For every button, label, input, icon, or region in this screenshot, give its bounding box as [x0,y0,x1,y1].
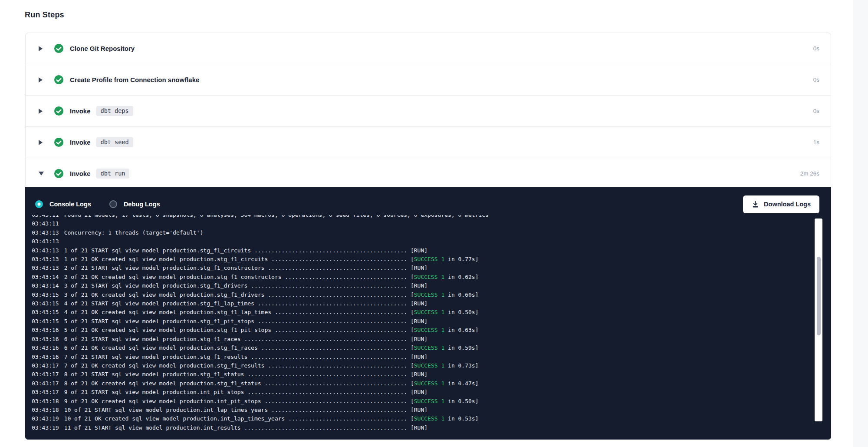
download-logs-button[interactable]: Download Logs [743,195,819,213]
step-command-pill: dbt run [96,169,130,179]
log-line: 03:43:131 of 21 START sql view model pro… [32,246,812,255]
log-message: 11 of 21 START sql view model production… [64,424,411,431]
log-status-open: [ [411,389,414,395]
log-status-green: SUCCESS 1 [414,291,444,298]
log-message: 2 of 21 START sql view model production.… [64,265,411,271]
log-message: 5 of 21 OK created sql view model produc… [64,327,411,333]
log-status-rest: in 0.50s] [444,398,478,404]
expand-caret-icon[interactable] [39,77,45,83]
log-status-open: [ [411,371,414,377]
page-title: Run Steps [25,10,64,20]
log-line: 03:43:132 of 21 START sql view model pro… [32,264,812,272]
expand-caret-icon[interactable] [39,172,45,175]
log-status-rest: in 0.60s] [444,291,478,298]
download-logs-label: Download Logs [764,201,811,208]
radio-icon [109,200,117,208]
radio-label: Console Logs [49,201,91,208]
step-title: Invoke [70,170,91,177]
step-title: Invoke [70,107,91,115]
success-check-icon [54,106,64,116]
step-duration: 0s [813,108,819,114]
debug-logs-radio[interactable]: Debug Logs [109,200,160,208]
log-status-rest: RUN] [414,247,427,254]
step-title: Create Profile from Connection snowflake [70,76,199,83]
log-status-open: [ [411,398,414,404]
log-status-green: SUCCESS 1 [414,415,444,422]
log-message: 6 of 21 OK created sql view model produc… [64,344,411,351]
log-line: 03:43:1810 of 21 START sql view model pr… [32,406,812,414]
step-title: Clone Git Repository [70,45,135,52]
log-message: 3 of 21 START sql view model production.… [64,282,411,289]
log-scrollbar-thumb[interactable] [817,257,821,335]
log-line: 03:43:177 of 21 OK created sql view mode… [32,361,812,370]
log-line: 03:43:13 [32,237,812,246]
log-scrollbar[interactable] [815,219,822,421]
expand-caret-icon[interactable] [39,46,45,51]
page-gutter [853,0,868,447]
log-timestamp: 03:43:15 [32,309,59,315]
log-status-open: [ [411,380,414,387]
log-status-rest: RUN] [414,282,427,289]
log-status-rest: RUN] [414,265,427,271]
log-toolbar: Console Logs Debug Logs Download Logs [25,187,831,218]
log-status-open: [ [411,407,414,413]
step-title: Invoke [70,139,91,146]
log-status-rest: in 0.59s] [444,344,478,351]
log-message: 9 of 21 OK created sql view model produc… [64,398,411,404]
log-timestamp: 03:43:14 [32,274,59,280]
log-status-rest: RUN] [414,407,427,413]
log-status-open: [ [411,291,414,298]
success-check-icon [54,75,64,85]
log-line: 03:43:178 of 21 START sql view model pro… [32,370,812,379]
log-line: 03:43:1910 of 21 OK created sql view mod… [32,414,812,423]
step-command-pill: dbt deps [96,106,133,116]
console-logs-radio[interactable]: Console Logs [35,200,91,208]
run-steps-card: Clone Git Repository 0s Create Profile f… [25,33,831,189]
log-status-open: [ [411,318,414,324]
log-line: 03:43:11Found 21 models, 17 tests, 0 sna… [32,215,812,219]
log-timestamp: 03:43:16 [32,354,59,360]
log-timestamp: 03:43:15 [32,318,59,324]
success-check-icon [54,137,64,147]
log-message: 1 of 21 START sql view model production.… [64,247,411,254]
log-message: 1 of 21 OK created sql view model produc… [64,256,411,262]
step-row[interactable]: Invoke dbt deps 0s [26,96,831,127]
log-line: 03:43:166 of 21 OK created sql view mode… [32,344,812,352]
step-row[interactable]: Create Profile from Connection snowflake… [26,64,831,96]
step-row[interactable]: Clone Git Repository 0s [26,33,831,64]
log-timestamp: 03:43:17 [32,380,59,387]
log-status-rest: in 0.47s] [444,380,478,387]
log-status-green: SUCCESS 1 [414,380,444,387]
log-message: 8 of 21 START sql view model production.… [64,371,411,377]
radio-label: Debug Logs [124,201,160,208]
log-timestamp: 03:43:11 [32,220,59,227]
expand-caret-icon[interactable] [39,140,45,145]
log-timestamp: 03:43:15 [32,291,59,298]
log-timestamp: 03:43:19 [32,424,59,431]
log-timestamp: 03:43:13 [32,265,59,271]
log-status-open: [ [411,300,414,307]
log-line: 03:43:154 of 21 START sql view model pro… [32,299,812,308]
success-check-icon [54,169,64,179]
log-status-open: [ [411,327,414,333]
console-log-output[interactable]: 03:43:11Found 21 models, 17 tests, 0 sna… [32,215,812,432]
step-row[interactable]: Invoke dbt seed 1s [26,127,831,158]
log-message: 4 of 21 OK created sql view model produc… [64,309,411,315]
expand-caret-icon[interactable] [39,109,45,114]
log-status-rest: RUN] [414,300,427,307]
log-status-rest: RUN] [414,389,427,395]
log-panel: Console Logs Debug Logs Download Logs 03… [25,187,831,440]
log-timestamp: 03:43:11 [32,215,59,218]
log-status-open: [ [411,309,414,315]
step-command-pill: dbt seed [96,137,133,147]
log-status-rest: in 0.77s] [444,256,478,262]
log-status-open: [ [411,247,414,254]
log-status-open: [ [411,282,414,289]
log-status-open: [ [411,415,414,422]
log-line: 03:43:167 of 21 START sql view model pro… [32,353,812,361]
radio-icon [35,200,43,208]
log-line: 03:43:166 of 21 START sql view model pro… [32,335,812,344]
step-row[interactable]: Invoke dbt run 2m 26s [26,158,831,189]
log-message: 7 of 21 OK created sql view model produc… [64,362,411,369]
log-message: 6 of 21 START sql view model production.… [64,336,411,342]
